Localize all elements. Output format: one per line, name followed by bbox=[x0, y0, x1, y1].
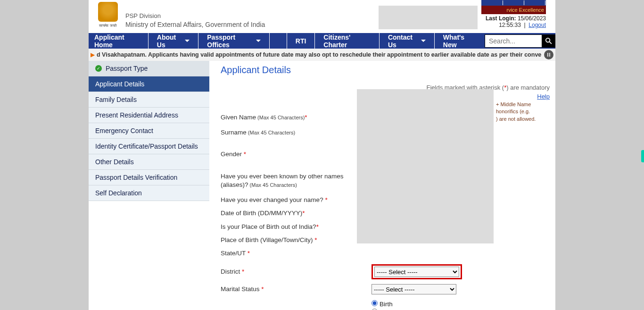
steps-sidebar: ✓ Passport Type Applicant Details Family… bbox=[89, 61, 209, 310]
svg-rect-2 bbox=[547, 53, 548, 57]
chevron-down-icon bbox=[185, 40, 190, 42]
nav-applicant-home[interactable]: Applicant Home bbox=[89, 33, 149, 49]
pause-icon bbox=[547, 53, 551, 57]
logout-link[interactable]: Logout bbox=[528, 22, 546, 28]
label-pob-out: Is your Place of Birth out of India?* bbox=[221, 223, 348, 231]
content-panel: Applicant Details Fields marked with ast… bbox=[209, 61, 555, 310]
nav-whats-new[interactable]: What's New bbox=[435, 33, 485, 49]
nav-rti[interactable]: RTI bbox=[287, 33, 315, 49]
sidebar-item-label: Family Details bbox=[95, 96, 137, 103]
district-select[interactable]: ----- Select ----- bbox=[374, 267, 459, 277]
sidebar-item-other-details[interactable]: Other Details bbox=[89, 154, 209, 170]
last-login-time: 12:55:33 bbox=[499, 22, 521, 28]
label-state: State/UT * bbox=[221, 249, 348, 258]
sidebar-item-label: Identity Certificate/Passport Details bbox=[95, 142, 198, 150]
nav-spacer bbox=[270, 33, 287, 49]
badge-strip-icon bbox=[481, 0, 546, 6]
label-changed-name: Have you ever changed your name? * bbox=[221, 196, 348, 204]
last-login-label: Last Login: bbox=[486, 15, 516, 22]
svg-rect-3 bbox=[549, 53, 550, 57]
scroll-accent-icon bbox=[641, 150, 644, 162]
service-excellence-badge: rvice Excellence bbox=[481, 6, 546, 14]
nav-passport-offices[interactable]: Passport Offices bbox=[198, 33, 270, 49]
main-nav: Applicant Home About Us Passport Offices… bbox=[89, 33, 555, 49]
label-district: District * bbox=[221, 268, 348, 276]
label-marital-status: Marital Status * bbox=[221, 285, 348, 293]
ministry-label: Ministry of External Affairs, Government… bbox=[125, 21, 265, 28]
marital-status-select[interactable]: ----- Select ----- bbox=[372, 284, 456, 294]
label-surname: Surname (Max 45 Characters) bbox=[221, 128, 348, 137]
nav-about-us[interactable]: About Us bbox=[149, 33, 198, 49]
ticker-pause-button[interactable] bbox=[544, 50, 553, 59]
sidebar-item-label: Passport Details Verification bbox=[95, 174, 177, 181]
sidebar-item-label: Self Declaration bbox=[95, 189, 142, 197]
ticker-text: d Visakhapatnam. Applicants having valid… bbox=[97, 51, 541, 58]
header-bar: सत्यमेव जयते PSP Division Ministry of Ex… bbox=[89, 0, 555, 33]
sidebar-item-label: Passport Type bbox=[106, 65, 148, 72]
sidebar-item-label: Present Residential Address bbox=[95, 111, 178, 119]
sidebar-item-label: Applicant Details bbox=[95, 80, 144, 88]
svg-point-0 bbox=[545, 38, 550, 42]
check-icon: ✓ bbox=[95, 65, 102, 72]
page-title: Applicant Details bbox=[221, 65, 550, 75]
sidebar-item-self-declaration[interactable]: Self Declaration bbox=[89, 185, 209, 201]
sidebar-item-verification[interactable]: Passport Details Verification bbox=[89, 170, 209, 185]
sidebar-item-label: Emergency Contact bbox=[95, 127, 153, 134]
nav-contact-us[interactable]: Contact Us bbox=[380, 33, 435, 49]
national-emblem-icon bbox=[98, 2, 118, 22]
search-icon bbox=[545, 37, 553, 45]
last-login-date: 15/06/2023 bbox=[518, 15, 546, 22]
label-dob: Date of Birth (DD/MM/YYYY)* bbox=[221, 209, 348, 218]
sidebar-item-passport-type[interactable]: ✓ Passport Type bbox=[89, 61, 209, 76]
label-aliases: Have you ever been known by other names … bbox=[221, 172, 348, 189]
nav-citizens-charter[interactable]: Citizens' Charter bbox=[315, 33, 380, 49]
ticker-arrow-icon: ▶ bbox=[91, 51, 95, 58]
header-placeholder-box bbox=[379, 6, 478, 29]
chevron-down-icon bbox=[256, 40, 261, 42]
nav-search bbox=[485, 34, 555, 48]
sidebar-item-identity-details[interactable]: Identity Certificate/Passport Details bbox=[89, 139, 209, 154]
help-link[interactable]: Help bbox=[537, 93, 550, 100]
sidebar-item-label: Other Details bbox=[95, 158, 134, 166]
chevron-down-icon bbox=[421, 40, 426, 42]
label-pob: Place of Birth (Village/Town/City) * bbox=[221, 236, 348, 244]
label-given-name: Given Name (Max 45 Characters)* bbox=[221, 113, 348, 122]
sidebar-item-present-address[interactable]: Present Residential Address bbox=[89, 108, 209, 123]
search-input[interactable] bbox=[485, 35, 542, 47]
emblem-caption: सत्यमेव जयते bbox=[98, 24, 118, 28]
district-highlight: ----- Select ----- bbox=[372, 264, 462, 279]
sidebar-item-emergency-contact[interactable]: Emergency Contact bbox=[89, 123, 209, 139]
sidebar-item-applicant-details[interactable]: Applicant Details bbox=[89, 76, 209, 92]
sidebar-item-family-details[interactable]: Family Details bbox=[89, 92, 209, 108]
radio-citizenship-birth[interactable]: Birth bbox=[372, 300, 550, 308]
news-ticker: ▶ d Visakhapatnam. Applicants having val… bbox=[89, 49, 555, 61]
label-gender: Gender * bbox=[221, 150, 348, 159]
search-button[interactable] bbox=[542, 34, 555, 48]
division-label: PSP Division bbox=[125, 12, 265, 19]
svg-line-1 bbox=[549, 42, 551, 44]
